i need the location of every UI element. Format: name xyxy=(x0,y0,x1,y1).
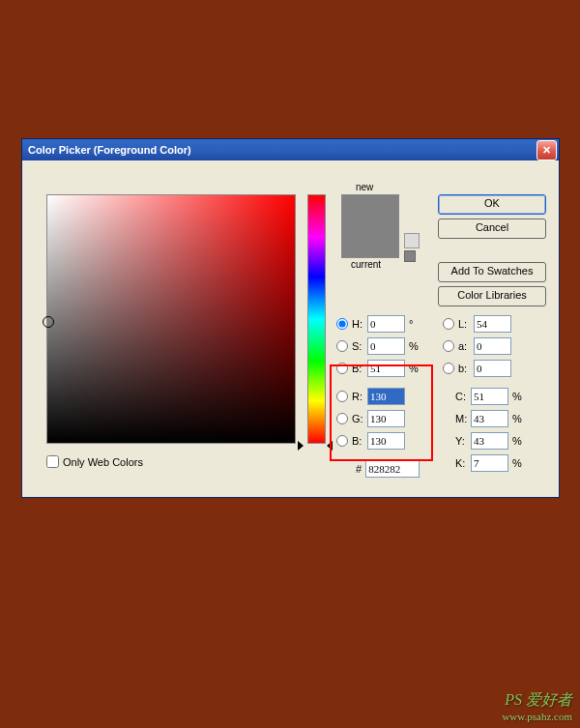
r-radio[interactable] xyxy=(336,391,348,402)
preview-current[interactable] xyxy=(342,226,398,257)
new-label: new xyxy=(356,182,373,192)
a-row: a: xyxy=(443,337,511,355)
preview-new[interactable] xyxy=(342,195,398,226)
bv-input[interactable] xyxy=(367,360,405,377)
color-marker-icon xyxy=(43,316,54,328)
l-label: L: xyxy=(458,318,472,330)
a-input[interactable] xyxy=(474,337,511,355)
hue-slider[interactable] xyxy=(307,194,326,444)
watermark-url: www.psahz.com xyxy=(502,711,572,722)
y-unit: % xyxy=(512,435,522,447)
lb-label: b: xyxy=(458,363,472,374)
close-icon: ✕ xyxy=(542,144,551,157)
y-row: Y: % xyxy=(455,432,522,450)
lb-row: b: xyxy=(443,360,511,377)
r-row: R: xyxy=(336,388,405,405)
k-input[interactable] xyxy=(471,454,508,472)
bv-row: B: % xyxy=(336,360,419,377)
only-web-colors-label: Only Web Colors xyxy=(63,456,143,468)
l-row: L: xyxy=(443,315,511,333)
hex-input[interactable] xyxy=(365,460,420,478)
s-input[interactable] xyxy=(367,337,405,355)
s-radio[interactable] xyxy=(336,340,348,352)
titlebar[interactable]: Color Picker (Foreground Color) ✕ xyxy=(22,139,559,160)
dialog-content: new current OK Cancel Add To Swatches Co… xyxy=(22,160,559,184)
b-radio[interactable] xyxy=(336,435,348,447)
l-input[interactable] xyxy=(474,315,511,333)
bv-unit: % xyxy=(409,363,419,374)
g-label: G: xyxy=(352,413,365,424)
hue-arrow-right-icon xyxy=(327,441,333,451)
watermark-text: PS 爱好者 xyxy=(505,691,572,708)
color-preview xyxy=(341,194,399,258)
color-picker-dialog: Color Picker (Foreground Color) ✕ new cu… xyxy=(21,138,560,498)
s-unit: % xyxy=(409,340,419,352)
gamut-warning-icon[interactable] xyxy=(404,233,420,248)
current-label: current xyxy=(351,259,381,270)
c-row: C: % xyxy=(455,388,522,405)
y-input[interactable] xyxy=(471,432,508,450)
only-web-colors-row: Only Web Colors xyxy=(46,455,143,468)
m-label: M: xyxy=(455,413,469,424)
y-label: Y: xyxy=(455,435,469,447)
s-label: S: xyxy=(352,340,365,352)
hue-arrow-left-icon xyxy=(298,441,304,451)
k-unit: % xyxy=(512,457,522,469)
s-row: S: % xyxy=(336,337,419,355)
h-label: H: xyxy=(352,318,365,330)
c-unit: % xyxy=(512,391,522,402)
hex-label: # xyxy=(356,463,362,475)
m-input[interactable] xyxy=(471,410,508,427)
c-input[interactable] xyxy=(471,388,508,405)
watermark: PS 爱好者 www.psahz.com xyxy=(502,690,572,722)
add-swatches-button[interactable]: Add To Swatches xyxy=(438,262,546,282)
c-label: C: xyxy=(455,391,469,402)
only-web-colors-checkbox[interactable] xyxy=(46,455,59,468)
m-unit: % xyxy=(512,413,522,424)
b-row: B: xyxy=(336,432,405,450)
r-input[interactable] xyxy=(367,388,405,405)
titlebar-text: Color Picker (Foreground Color) xyxy=(28,144,536,156)
k-label: K: xyxy=(455,457,469,469)
close-button[interactable]: ✕ xyxy=(536,140,557,160)
g-input[interactable] xyxy=(367,410,405,427)
h-radio[interactable] xyxy=(336,318,348,330)
lb-input[interactable] xyxy=(474,360,511,377)
a-label: a: xyxy=(458,340,472,352)
b-input[interactable] xyxy=(367,432,405,450)
m-row: M: % xyxy=(455,410,522,427)
h-unit: ° xyxy=(409,318,413,330)
k-row: K: % xyxy=(455,454,522,472)
hex-row: # xyxy=(356,460,420,478)
bv-label: B: xyxy=(352,363,365,374)
a-radio[interactable] xyxy=(443,340,454,352)
saturation-field[interactable] xyxy=(46,194,296,444)
l-radio[interactable] xyxy=(443,318,454,330)
r-label: R: xyxy=(352,391,365,402)
bv-radio[interactable] xyxy=(336,363,348,374)
h-row: H: ° xyxy=(336,315,413,333)
h-input[interactable] xyxy=(367,315,405,333)
g-radio[interactable] xyxy=(336,413,348,424)
lb-radio[interactable] xyxy=(443,363,454,374)
websafe-swatch-icon[interactable] xyxy=(404,250,416,262)
ok-button[interactable]: OK xyxy=(438,194,546,215)
b-label: B: xyxy=(352,435,365,447)
color-libraries-button[interactable]: Color Libraries xyxy=(438,286,546,306)
g-row: G: xyxy=(336,410,405,427)
cancel-button[interactable]: Cancel xyxy=(438,218,546,239)
